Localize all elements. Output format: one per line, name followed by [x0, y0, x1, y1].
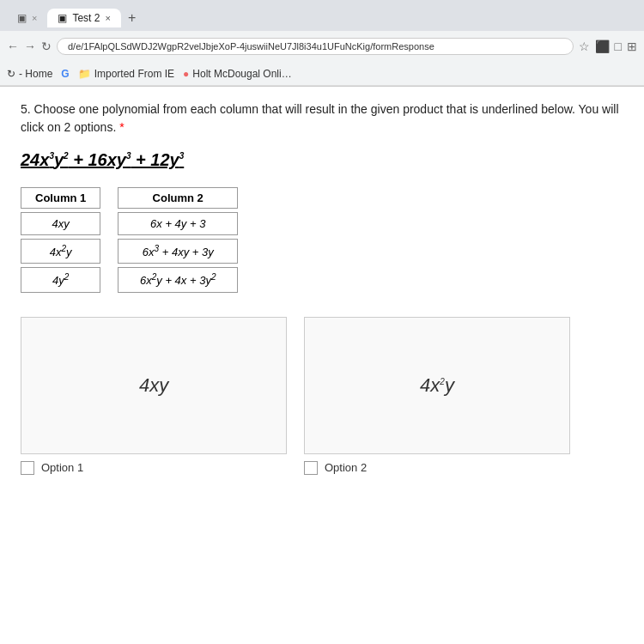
column1-group: Column 1 4xy 4x2y 4y2: [21, 187, 100, 296]
column2-option3[interactable]: 6x2y + 4x + 3y2: [118, 267, 238, 292]
column2-group: Column 2 6x + 4y + 3 6x3 + 4xy + 3y 6x2y…: [118, 187, 238, 296]
inactive-tab-close[interactable]: ×: [32, 13, 37, 23]
selected-box-2: 4x2y: [304, 317, 570, 454]
bookmark-imported[interactable]: 📁 Imported From IE: [78, 68, 174, 80]
extension-icon[interactable]: ⬛: [595, 39, 610, 53]
page-content: 5. Choose one polynomial from each colum…: [0, 87, 644, 644]
column2-header: Column 2: [118, 187, 238, 209]
question-number: 5.: [21, 102, 31, 116]
column2-option1[interactable]: 6x + 4y + 3: [118, 212, 238, 235]
tab-bar: ▣ × ▣ Test 2 × +: [0, 0, 644, 31]
column1-option2[interactable]: 4x2y: [21, 239, 100, 264]
active-tab-icon: ▣: [58, 12, 67, 24]
selected-value-2: 4x2y: [420, 374, 454, 397]
question-body-text: Choose one polynomial from each column t…: [21, 102, 619, 134]
browser-chrome: ▣ × ▣ Test 2 × + ← → ↻ d/e/1FAlpQLSdWDJ2…: [0, 0, 644, 87]
required-marker: *: [119, 120, 124, 134]
bookmark-google[interactable]: G: [61, 68, 69, 80]
window-icon[interactable]: □: [615, 39, 622, 53]
selected-value-1: 4xy: [139, 374, 168, 397]
tab-active[interactable]: ▣ Test 2 ×: [47, 9, 120, 27]
address-bar[interactable]: d/e/1FAlpQLSdWDJ2WgpR2velJbjeXoP-4juswii…: [57, 38, 574, 55]
new-tab-button[interactable]: +: [121, 10, 143, 26]
option1-checkbox[interactable]: [21, 461, 34, 475]
google-icon: G: [61, 68, 69, 80]
tab-inactive[interactable]: ▣ ×: [7, 9, 47, 27]
folder-icon: 📁: [78, 68, 91, 80]
bookmark-holt[interactable]: ● Holt McDougal Onli…: [183, 68, 292, 80]
star-icon[interactable]: ☆: [579, 39, 590, 53]
address-bar-row: ← → ↻ d/e/1FAlpQLSdWDJ2WgpR2velJbjeXoP-4…: [0, 31, 644, 62]
bookmark-home[interactable]: ↻ - Home: [7, 68, 52, 80]
product-display: 24x3y2 + 16xy3 + 12y3: [21, 150, 623, 170]
home-reload-icon: ↻: [7, 68, 15, 80]
option2-checkbox-row: Option 2: [304, 461, 367, 475]
forward-icon[interactable]: →: [24, 39, 36, 53]
inactive-tab-icon: ▣: [17, 12, 27, 24]
question-text: 5. Choose one polynomial from each colum…: [21, 100, 623, 137]
option2-checkbox[interactable]: [304, 461, 318, 475]
columns-area: Column 1 4xy 4x2y 4y2 Column 2 6x + 4y +…: [21, 187, 623, 296]
column2-option2[interactable]: 6x3 + 4xy + 3y: [118, 239, 238, 264]
active-tab-close[interactable]: ×: [105, 13, 110, 23]
option1-label: Option 1: [41, 461, 83, 474]
qr-icon[interactable]: ⊞: [627, 39, 637, 53]
bookmarks-bar: ↻ - Home G 📁 Imported From IE ● Holt McD…: [0, 62, 644, 86]
active-tab-label: Test 2: [72, 12, 100, 24]
back-icon[interactable]: ←: [7, 39, 19, 53]
column1-option3[interactable]: 4y2: [21, 267, 100, 292]
holt-icon: ●: [183, 68, 189, 80]
column1-header: Column 1: [21, 187, 100, 209]
selected-box-1: 4xy: [21, 317, 287, 454]
column1-option1[interactable]: 4xy: [21, 212, 100, 235]
refresh-icon[interactable]: ↻: [41, 39, 52, 53]
option2-label: Option 2: [325, 461, 367, 474]
option1-checkbox-row: Option 1: [21, 461, 83, 475]
selected-options-area: 4xy Option 1 4x2y Option 2: [21, 317, 623, 475]
